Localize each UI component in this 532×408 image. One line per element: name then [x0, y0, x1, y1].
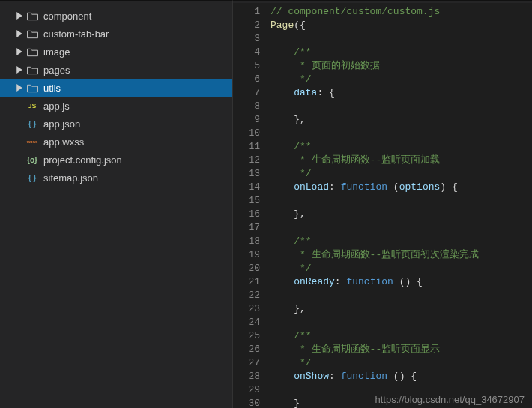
- file-app.js[interactable]: JSapp.js: [0, 97, 232, 115]
- code-line[interactable]: onShow: function () {: [270, 370, 532, 383]
- token: :: [329, 182, 341, 193]
- code-line[interactable]: /**: [270, 329, 532, 343]
- folder-icon: [25, 65, 39, 75]
- token: data: [294, 87, 317, 98]
- file-app.wxss[interactable]: wxssapp.wxss: [0, 133, 232, 151]
- code-line[interactable]: [270, 316, 532, 329]
- token: * 页面的初始数据: [270, 60, 380, 71]
- token: /**: [270, 141, 312, 152]
- code-line[interactable]: */: [270, 167, 532, 181]
- folder-utils[interactable]: utils: [0, 79, 232, 97]
- folder-icon: [25, 47, 39, 57]
- line-number: 5: [233, 59, 260, 73]
- file-label: project.config.json: [43, 154, 122, 166]
- folder-pages[interactable]: pages: [0, 61, 232, 79]
- line-number: 17: [233, 221, 260, 235]
- folder-component[interactable]: component: [0, 7, 232, 25]
- js-file-icon: JS: [25, 102, 39, 110]
- token: [270, 182, 294, 193]
- line-number: 16: [233, 208, 260, 221]
- line-number: 1: [233, 5, 260, 19]
- line-number: 3: [233, 32, 260, 46]
- watermark: https://blog.csdn.net/qq_34672907: [375, 394, 525, 405]
- code-line[interactable]: [270, 221, 532, 235]
- token: },: [270, 208, 306, 220]
- code-line[interactable]: [270, 100, 532, 113]
- code-line[interactable]: /**: [270, 46, 532, 59]
- code-line[interactable]: * 生命周期函数--监听页面加载: [270, 154, 532, 167]
- code-line[interactable]: // component/custom/custom.js: [270, 5, 532, 19]
- line-number: 7: [233, 86, 260, 100]
- token: */: [270, 262, 312, 274]
- line-number: 25: [233, 329, 260, 343]
- code-line[interactable]: onReady: function () {: [270, 275, 532, 289]
- code-line[interactable]: * 生命周期函数--监听页面显示: [270, 343, 532, 356]
- code-line[interactable]: */: [270, 73, 532, 86]
- code-line[interactable]: */: [270, 356, 532, 370]
- token: */: [270, 168, 312, 179]
- code-line[interactable]: * 页面的初始数据: [270, 59, 532, 73]
- line-number: 15: [233, 194, 260, 208]
- json-file-icon: { }: [25, 120, 39, 128]
- code-line[interactable]: /**: [270, 140, 532, 154]
- token: /**: [270, 46, 312, 58]
- token: : {: [317, 87, 334, 98]
- file-label: app.js: [43, 100, 70, 112]
- json-file-icon: { }: [25, 174, 39, 182]
- line-number: 24: [233, 316, 260, 329]
- chevron-right-icon: [15, 47, 24, 56]
- line-number: 4: [233, 46, 260, 59]
- token: },: [270, 114, 306, 125]
- folder-label: image: [43, 46, 70, 58]
- token: :: [335, 276, 347, 287]
- code-line[interactable]: /**: [270, 235, 532, 248]
- code-line[interactable]: [270, 289, 532, 302]
- file-project.config.json[interactable]: {o}project.config.json: [0, 151, 232, 169]
- token: [270, 370, 294, 382]
- folder-label: custom-tab-bar: [43, 28, 109, 40]
- code-line[interactable]: Page({: [270, 19, 532, 32]
- code-line[interactable]: */: [270, 262, 532, 275]
- file-app.json[interactable]: { }app.json: [0, 115, 232, 133]
- folder-custom-tab-bar[interactable]: custom-tab-bar: [0, 25, 232, 43]
- token: ) {: [440, 182, 457, 193]
- code-line[interactable]: },: [270, 208, 532, 221]
- folder-image[interactable]: image: [0, 43, 232, 61]
- code-line[interactable]: [270, 194, 532, 208]
- chevron-right-icon: [15, 65, 24, 74]
- code-line[interactable]: },: [270, 113, 532, 127]
- token: }: [270, 398, 300, 408]
- chevron-right-icon: [15, 83, 24, 92]
- line-number: 30: [233, 397, 260, 408]
- chevron-right-icon: [15, 11, 24, 20]
- token: function: [341, 182, 387, 193]
- folder-icon: [25, 11, 39, 21]
- code-editor: 1234567891011121314151617181920212223242…: [232, 0, 532, 408]
- code-line[interactable]: },: [270, 302, 532, 316]
- file-explorer[interactable]: componentcustom-tab-barimagepagesutilsJS…: [0, 0, 232, 408]
- code-line[interactable]: * 生命周期函数--监听页面初次渲染完成: [270, 248, 532, 262]
- code-line[interactable]: data: {: [270, 86, 532, 100]
- file-sitemap.json[interactable]: { }sitemap.json: [0, 169, 232, 187]
- token: * 生命周期函数--监听页面初次渲染完成: [270, 249, 479, 260]
- token: onShow: [294, 370, 329, 382]
- code-line[interactable]: [270, 32, 532, 46]
- token: (: [387, 182, 399, 193]
- folder-icon: [25, 83, 39, 93]
- line-gutter: 1234567891011121314151617181920212223242…: [233, 4, 270, 408]
- line-number: 10: [233, 127, 260, 140]
- line-number: 2: [233, 19, 260, 32]
- code-line[interactable]: [270, 127, 532, 140]
- code-content[interactable]: // component/custom/custom.jsPage({ /** …: [270, 4, 532, 408]
- line-number: 23: [233, 302, 260, 316]
- config-file-icon: {o}: [25, 156, 39, 164]
- token: [270, 276, 294, 287]
- line-number: 14: [233, 181, 260, 194]
- token: // component/custom/custom.js: [270, 6, 440, 17]
- line-number: 19: [233, 248, 260, 262]
- line-number: 11: [233, 140, 260, 154]
- token: */: [270, 357, 312, 368]
- token: /**: [270, 236, 312, 247]
- code-line[interactable]: onLoad: function (options) {: [270, 181, 532, 194]
- token: onLoad: [294, 182, 329, 193]
